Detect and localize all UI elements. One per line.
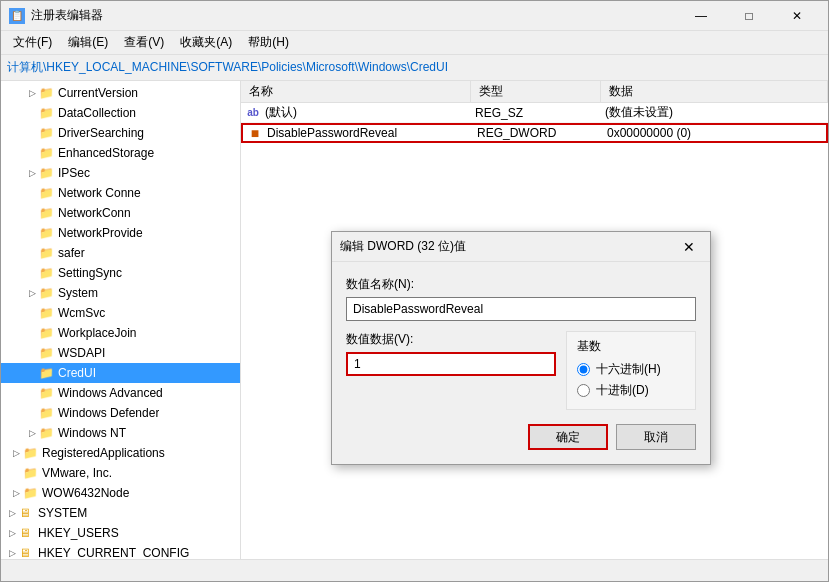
dialog-title-bar: 编辑 DWORD (32 位)值 ✕ [332, 232, 710, 262]
tree-label: HKEY_CURRENT_CONFIG [38, 546, 189, 559]
tree-label: Windows Defender [58, 406, 159, 420]
menu-view[interactable]: 查看(V) [116, 32, 172, 54]
minimize-button[interactable]: — [678, 1, 724, 31]
tree-item-workplacejoin[interactable]: 📁 WorkplaceJoin [1, 323, 240, 343]
radio-dec[interactable] [577, 384, 590, 397]
folder-icon: 📁 [39, 286, 55, 300]
folder-icon: 📁 [39, 106, 55, 120]
tree-item-networkconn[interactable]: 📁 NetworkConn [1, 203, 240, 223]
tree-item-hkeyusers[interactable]: ▷ 🖥 HKEY_USERS [1, 523, 240, 543]
expand-icon: ▷ [5, 526, 19, 540]
tree-item-hkeycurrentconfig[interactable]: ▷ 🖥 HKEY_CURRENT_CONFIG [1, 543, 240, 559]
tree-label: VMware, Inc. [42, 466, 112, 480]
expand-icon: ▷ [25, 426, 39, 440]
radio-dec-item[interactable]: 十进制(D) [577, 382, 685, 399]
tree-label: WcmSvc [58, 306, 105, 320]
tree-label: WorkplaceJoin [58, 326, 136, 340]
expand-icon [9, 466, 23, 480]
reg-icon-dword: ■ [243, 125, 263, 141]
dialog-base-title: 基数 [577, 338, 685, 355]
dialog-value-section: 数值数据(V): [346, 331, 556, 410]
tree-item-windowsnt[interactable]: ▷ 📁 Windows NT [1, 423, 240, 443]
expand-icon [25, 406, 39, 420]
expand-icon [25, 326, 39, 340]
menu-favorites[interactable]: 收藏夹(A) [172, 32, 240, 54]
expand-icon: ▷ [25, 166, 39, 180]
radio-dec-label[interactable]: 十进制(D) [596, 382, 649, 399]
tree-item-registeredapplications[interactable]: ▷ 📁 RegisteredApplications [1, 443, 240, 463]
tree-item-currentversion[interactable]: ▷ 📁 CurrentVersion [1, 83, 240, 103]
dialog-value-input[interactable] [346, 352, 556, 376]
folder-icon: 📁 [39, 386, 55, 400]
folder-icon: 📁 [23, 466, 39, 480]
col-header-type: 类型 [471, 81, 601, 102]
column-headers: 名称 类型 数据 [241, 81, 828, 103]
tree-item-system-root[interactable]: ▷ 🖥 SYSTEM [1, 503, 240, 523]
folder-icon: 📁 [39, 326, 55, 340]
folder-icon: 📁 [39, 426, 55, 440]
expand-icon [25, 226, 39, 240]
tree-item-settingsync[interactable]: 📁 SettingSync [1, 263, 240, 283]
tree-item-driversearching[interactable]: 📁 DriverSearching [1, 123, 240, 143]
dialog-ok-button[interactable]: 确定 [528, 424, 608, 450]
expand-icon: ▷ [9, 486, 23, 500]
maximize-button[interactable]: □ [726, 1, 772, 31]
tree-item-vmware[interactable]: 📁 VMware, Inc. [1, 463, 240, 483]
radio-hex-label[interactable]: 十六进制(H) [596, 361, 661, 378]
menu-file[interactable]: 文件(F) [5, 32, 60, 54]
tree-item-networkprovide[interactable]: 📁 NetworkProvide [1, 223, 240, 243]
expand-icon [25, 126, 39, 140]
address-bar: 计算机\HKEY_LOCAL_MACHINE\SOFTWARE\Policies… [1, 55, 828, 81]
expand-icon [25, 186, 39, 200]
expand-icon: ▷ [5, 506, 19, 520]
edit-dword-dialog: 编辑 DWORD (32 位)值 ✕ 数值名称(N): 数值数据(V): 基数 … [331, 231, 711, 465]
tree-label: Windows Advanced [58, 386, 163, 400]
title-bar: 📋 注册表编辑器 — □ ✕ [1, 1, 828, 31]
folder-icon: 📁 [39, 406, 55, 420]
folder-icon: 📁 [39, 246, 55, 260]
col-header-data: 数据 [601, 81, 828, 102]
menu-edit[interactable]: 编辑(E) [60, 32, 116, 54]
tree-label: NetworkConn [58, 206, 131, 220]
tree-label: CredUI [58, 366, 96, 380]
folder-icon: 📁 [23, 486, 39, 500]
tree-item-enhancedstorage[interactable]: 📁 EnhancedStorage [1, 143, 240, 163]
tree-item-ipsec[interactable]: ▷ 📁 IPSec [1, 163, 240, 183]
tree-label: Windows NT [58, 426, 126, 440]
tree-label: System [58, 286, 98, 300]
main-window: 📋 注册表编辑器 — □ ✕ 文件(F) 编辑(E) 查看(V) 收藏夹(A) … [0, 0, 829, 582]
tree-item-windowsadvanced[interactable]: 📁 Windows Advanced [1, 383, 240, 403]
menu-help[interactable]: 帮助(H) [240, 32, 297, 54]
tree-item-safer[interactable]: 📁 safer [1, 243, 240, 263]
tree-item-wow6432node[interactable]: ▷ 📁 WOW6432Node [1, 483, 240, 503]
tree-item-networkconne[interactable]: 📁 Network Conne [1, 183, 240, 203]
tree-item-wsdapi[interactable]: 📁 WSDAPI [1, 343, 240, 363]
status-bar [1, 559, 828, 581]
radio-hex-item[interactable]: 十六进制(H) [577, 361, 685, 378]
dialog-cancel-button[interactable]: 取消 [616, 424, 696, 450]
tree-item-windowsdefender[interactable]: 📁 Windows Defender [1, 403, 240, 423]
reg-entry-name: (默认) [261, 104, 471, 121]
folder-icon: 📁 [39, 166, 55, 180]
tree-panel[interactable]: ▷ 📁 CurrentVersion 📁 DataCollection 📁 Dr… [1, 81, 241, 559]
tree-item-wcmsvc[interactable]: 📁 WcmSvc [1, 303, 240, 323]
dialog-name-input[interactable] [346, 297, 696, 321]
expand-icon [25, 206, 39, 220]
tree-label: CurrentVersion [58, 86, 138, 100]
close-button[interactable]: ✕ [774, 1, 820, 31]
expand-icon [25, 306, 39, 320]
tree-item-credui[interactable]: 📁 CredUI [1, 363, 240, 383]
folder-icon: 📁 [39, 346, 55, 360]
expand-icon: ▷ [25, 286, 39, 300]
tree-item-system[interactable]: ▷ 📁 System [1, 283, 240, 303]
expand-icon [25, 106, 39, 120]
radio-hex[interactable] [577, 363, 590, 376]
tree-item-datacollection[interactable]: 📁 DataCollection [1, 103, 240, 123]
expand-icon [25, 366, 39, 380]
reg-entry-default[interactable]: ab (默认) REG_SZ (数值未设置) [241, 103, 828, 123]
expand-icon: ▷ [25, 86, 39, 100]
dialog-base-section: 基数 十六进制(H) 十进制(D) [566, 331, 696, 410]
dialog-name-label: 数值名称(N): [346, 276, 696, 293]
dialog-close-button[interactable]: ✕ [676, 236, 702, 258]
reg-entry-disablepasswordreveal[interactable]: ■ DisablePasswordReveal REG_DWORD 0x0000… [241, 123, 828, 143]
